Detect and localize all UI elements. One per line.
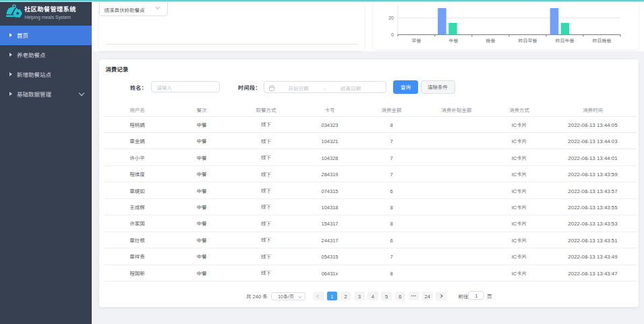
svg-text:早餐: 早餐 (411, 37, 421, 44)
svg-text:0: 0 (391, 31, 394, 38)
svg-text:昨日早餐: 昨日早餐 (519, 37, 537, 44)
svg-text:晚餐: 晚餐 (486, 37, 496, 44)
svg-text:20: 20 (388, 14, 394, 21)
svg-text:昨日午餐: 昨日午餐 (556, 37, 575, 44)
svg-text:午餐: 午餐 (448, 37, 458, 44)
svg-text:昨日晚餐: 昨日晚餐 (593, 37, 612, 44)
